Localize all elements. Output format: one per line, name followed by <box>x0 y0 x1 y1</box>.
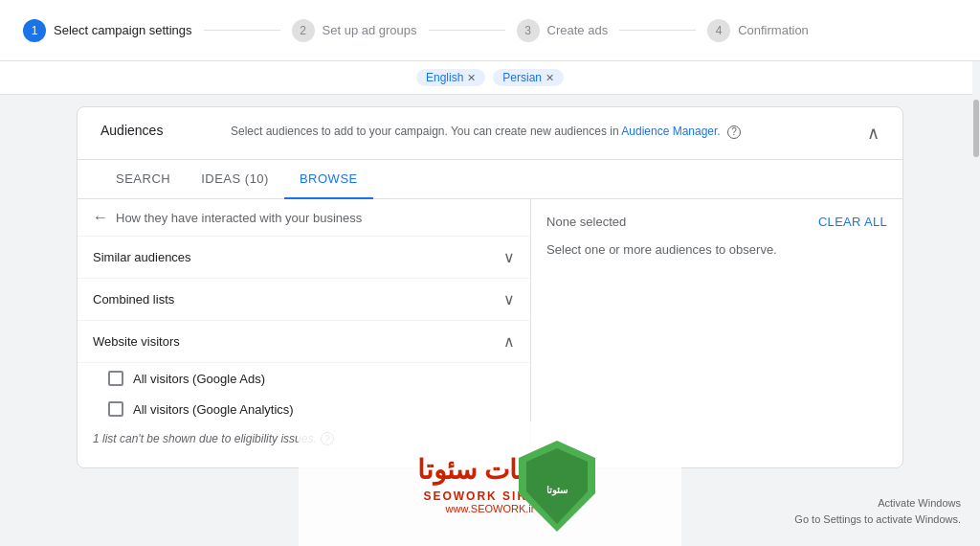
checkbox-all-visitors-google-analytics[interactable]: All visitors (Google Analytics) <box>78 394 530 424</box>
list-item-combined[interactable]: Combined lists ∨ <box>78 279 530 321</box>
checkbox-all-visitors-google-ads[interactable]: All visitors (Google Ads) <box>78 363 530 394</box>
back-nav-label: How they have interacted with your busin… <box>116 211 362 225</box>
tab-ideas[interactable]: IDEAS (10) <box>186 160 284 199</box>
back-arrow-icon: ← <box>93 209 108 226</box>
checkbox-google-ads-label: All visitors (Google Ads) <box>133 372 265 386</box>
none-selected-label: None selected <box>546 215 626 229</box>
audiences-desc-text: Select audiences to add to your campaign… <box>231 125 619 138</box>
checkbox-google-analytics-label: All visitors (Google Analytics) <box>133 402 294 417</box>
back-navigation[interactable]: ← How they have interacted with your bus… <box>78 199 530 237</box>
list-item-similar[interactable]: Similar audiences ∨ <box>78 237 530 279</box>
website-chevron-up-icon: ∧ <box>503 332 515 351</box>
combined-chevron-down-icon: ∨ <box>503 290 515 308</box>
step-4[interactable]: 4 Confirmation <box>707 19 809 42</box>
audiences-section-title: Audiences <box>100 123 215 138</box>
remove-persian-icon[interactable]: ✕ <box>546 72 554 84</box>
step-3-circle: 3 <box>517 19 540 42</box>
stepper-bar: 1 Select campaign settings 2 Set up ad g… <box>0 0 980 61</box>
step-connector-2 <box>429 30 505 31</box>
similar-audiences-label: Similar audiences <box>93 250 191 264</box>
clear-all-button[interactable]: CLEAR ALL <box>818 215 887 229</box>
step-1[interactable]: 1 Select campaign settings <box>23 19 192 42</box>
svg-text:سئوتا: سئوتا <box>546 485 568 496</box>
step-2-circle: 2 <box>292 19 315 42</box>
windows-activate-line2: Go to Settings to activate Windows. <box>794 512 961 528</box>
watermark-overlay: خدمات سئو‌تا SEOWORK SIROTA www.SEOWORK.… <box>299 421 681 546</box>
step-4-circle: 4 <box>707 19 730 42</box>
step-1-label: Select campaign settings <box>54 23 192 37</box>
step-3[interactable]: 3 Create ads <box>517 19 609 42</box>
step-2[interactable]: 2 Set up ad groups <box>292 19 417 42</box>
step-1-circle: 1 <box>23 19 46 42</box>
tab-browse[interactable]: BROWSE <box>284 160 373 199</box>
step-3-label: Create ads <box>547 23 609 37</box>
step-connector-1 <box>204 30 280 31</box>
audience-tabs: SEARCH IDEAS (10) BROWSE <box>78 160 902 199</box>
scroll-thumb[interactable] <box>973 100 979 157</box>
list-item-website[interactable]: Website visitors ∧ <box>78 321 530 363</box>
right-panel-description: Select one or more audiences to observe. <box>546 240 887 260</box>
right-panel-header: None selected CLEAR ALL <box>546 215 887 229</box>
combined-lists-label: Combined lists <box>93 292 174 307</box>
audiences-section-header: Audiences Select audiences to add to you… <box>78 107 902 160</box>
similar-chevron-down-icon: ∨ <box>503 248 515 266</box>
language-tag-english[interactable]: English ✕ <box>416 69 485 86</box>
website-visitors-label: Website visitors <box>93 334 180 349</box>
language-tag-english-label: English <box>426 71 463 84</box>
shield-watermark: سئوتا <box>519 441 605 536</box>
remove-english-icon[interactable]: ✕ <box>467 72 476 84</box>
step-connector-3 <box>619 30 696 31</box>
language-tag-persian[interactable]: Persian ✕ <box>493 69 564 86</box>
language-tag-persian-label: Persian <box>502 71 542 84</box>
step-2-label: Set up ad groups <box>323 23 417 37</box>
help-icon-circle: ? <box>727 125 741 139</box>
checkbox-google-analytics-box[interactable] <box>108 401 123 417</box>
collapse-icon[interactable]: ∧ <box>867 123 880 144</box>
language-tags-area: English ✕ Persian ✕ <box>0 61 980 95</box>
audiences-section-desc: Select audiences to add to your campaign… <box>231 123 852 140</box>
notice-text-label: 1 list can't be shown due to eligibility… <box>93 432 317 445</box>
tab-search[interactable]: SEARCH <box>100 160 186 199</box>
audience-manager-link[interactable]: Audience Manager. <box>621 125 720 138</box>
scroll-track[interactable] <box>972 61 980 330</box>
windows-activation-notice: Activate Windows Go to Settings to activ… <box>794 495 961 527</box>
checkbox-google-ads-box[interactable] <box>108 371 123 386</box>
step-4-label: Confirmation <box>738 23 809 37</box>
audiences-section-card: Audiences Select audiences to add to you… <box>77 106 903 468</box>
windows-activate-line1: Activate Windows <box>794 495 961 512</box>
